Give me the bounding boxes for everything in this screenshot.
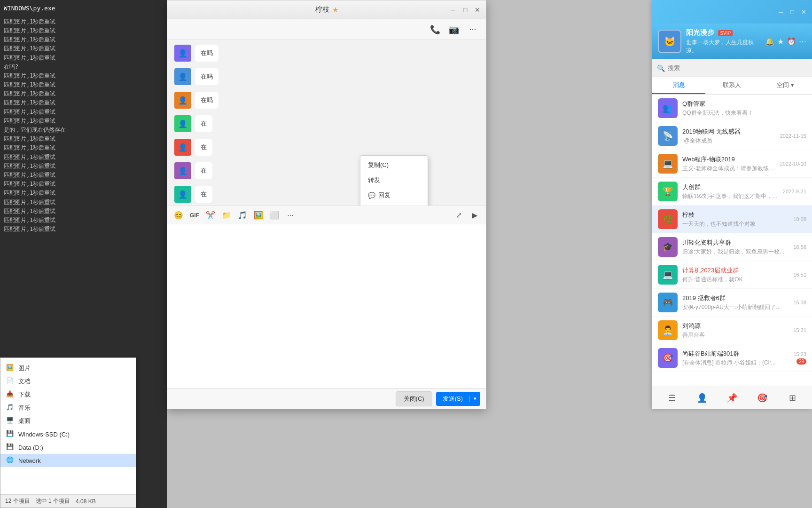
qq-close-btn[interactable]: ✕ <box>799 7 808 16</box>
contact-time: 16:56 <box>793 244 806 250</box>
maximize-button[interactable]: □ <box>461 5 470 15</box>
context-menu-item-reply[interactable]: 💬回复 <box>360 188 428 203</box>
tab-space[interactable]: 空间 ▾ <box>759 77 812 94</box>
add-friend-button[interactable]: 👤 <box>695 390 710 405</box>
fe-item-icon: 🌐 <box>6 456 15 465</box>
terminal-line: 匹配图片,1秒后重试 <box>4 17 163 26</box>
contact-item-jiuyou-6qun[interactable]: 🎮2019 拯救者6群安枫-y7000p-AU大一:小萌新翻醒回了...15:3… <box>652 289 812 317</box>
terminal-title: WINDOWS\py.exe <box>4 4 163 14</box>
fe-item-desktop[interactable]: 🖥️桌面 <box>0 414 136 428</box>
more-input-options-button[interactable]: ··· <box>284 209 297 222</box>
contact-info: 2019 拯救者6群安枫-y7000p-AU大一:小萌新翻醒回了... <box>682 294 789 311</box>
message-avatar: 👤 <box>174 115 191 132</box>
context-menu-items: 复制(C)转发💬回复全部选择(A)≋多选🔖添加到我的收藏发送到▶显示比例▶✓使用… <box>360 158 428 206</box>
message-avatar: 👤 <box>174 139 191 156</box>
message-bubble[interactable]: 在吗 <box>195 68 219 85</box>
qq-maximize-btn[interactable]: □ <box>788 7 797 16</box>
screen-capture-button[interactable]: ⬜ <box>268 209 281 222</box>
qq-contacts-icon[interactable]: ★ <box>777 37 784 46</box>
qq-apps-button[interactable]: ⊞ <box>785 390 800 405</box>
fe-item-data-d[interactable]: 💾Data (D:) <box>0 441 136 454</box>
message-bubble[interactable]: 在 <box>195 139 212 156</box>
contact-item-da-chuang-qun[interactable]: 🏆大创群物联192刘宇:这事，我们这才期中，等下...2022-9-21 <box>652 178 812 206</box>
qq-minimize-btn[interactable]: ─ <box>776 7 786 16</box>
fe-item-label: Windows-SSD (C:) <box>18 431 70 438</box>
contact-time: 2022-10-10 <box>780 161 806 167</box>
contact-avatar: 📡 <box>658 126 678 146</box>
contact-name: 大创群 <box>682 183 778 191</box>
contact-avatar: 🎓 <box>658 237 678 257</box>
tab-contacts[interactable]: 联系人 <box>705 77 758 94</box>
chat-title: 柠枝 ★ <box>315 5 338 14</box>
contact-info: 大创群物联192刘宇:这事，我们这才期中，等下... <box>682 183 778 200</box>
contact-meta: 15:38 <box>793 300 806 305</box>
send-button[interactable]: 发送(S) ▾ <box>436 392 480 406</box>
titlebar-buttons: ─ □ ✕ <box>448 5 482 15</box>
context-menu-item-forward[interactable]: 转发 <box>360 173 428 188</box>
contact-info: 柠枝一天天的，也不知道找个对象 <box>682 211 789 228</box>
emoji-button[interactable]: 😊 <box>172 209 185 222</box>
send-dropdown-arrow[interactable]: ▾ <box>469 396 480 402</box>
message-row: 👤在吗 <box>174 92 479 109</box>
context-menu-item-copy[interactable]: 复制(C) <box>360 158 428 173</box>
contact-time: 15:31 <box>793 327 806 333</box>
contact-info: 刘鸿源善用台客 <box>682 322 789 339</box>
contact-item-cs-2023[interactable]: 💻计算机2023届就业群何升:普通话标准，就OK16:51 <box>652 261 812 289</box>
contact-preview: 善用台客 <box>682 331 789 339</box>
expand-button[interactable]: ⤢ <box>452 209 465 222</box>
cut-button[interactable]: ✂️ <box>204 209 217 222</box>
qq-search-input[interactable] <box>668 64 807 71</box>
fe-item-pictures[interactable]: 🖼️图片 <box>0 362 136 375</box>
message-bubble[interactable]: 在吗 <box>195 45 219 62</box>
message-bubble[interactable]: 在 <box>195 186 212 203</box>
contact-item-chuan-qing-ziyuan[interactable]: 🎓川轻化资料共享群归途:大家好，我是归途，双鱼座男一枚...16:56 <box>652 233 812 261</box>
qq-wallet-button[interactable]: 🎯 <box>755 390 770 405</box>
qq-sidebar: ─ □ ✕ 🐱 阳光漫步 SVIP 世事一场大梦，人生几度秋凉。 🔔 ★ ⏰ ⋯… <box>652 0 812 409</box>
minimize-button[interactable]: ─ <box>448 5 458 15</box>
fe-size: 4.08 KB <box>76 498 96 505</box>
gif-button[interactable]: GIF <box>188 209 201 222</box>
qq-status-icon[interactable]: ⏰ <box>787 37 796 46</box>
fe-item-windows-ssd[interactable]: 💾Windows-SSD (C:) <box>0 428 136 441</box>
phone-call-button[interactable]: 📞 <box>428 22 443 37</box>
message-bubble[interactable]: 在 <box>195 115 212 132</box>
terminal-line: 是的，它们现在仍然存在 <box>4 126 163 135</box>
fe-item-network[interactable]: 🌐Network <box>0 454 136 467</box>
main-menu-button[interactable]: ☰ <box>664 390 679 405</box>
message-avatar: 👤 <box>174 92 191 109</box>
message-bubble[interactable]: 在 <box>195 162 212 179</box>
qq-more-icon[interactable]: ⋯ <box>799 37 806 46</box>
video-call-button[interactable]: 📷 <box>446 22 461 37</box>
qq-settings-icon[interactable]: 🔔 <box>765 37 774 46</box>
close-button[interactable]: ✕ <box>473 5 482 15</box>
fe-item-music[interactable]: 🎵音乐 <box>0 401 136 414</box>
favorites-button[interactable]: 📌 <box>725 390 740 405</box>
contact-time: 18:08 <box>793 216 806 222</box>
fe-item-label: 音乐 <box>18 404 31 412</box>
qq-search-bar: 🔍 <box>652 59 812 77</box>
qq-window-buttons: ─ □ ✕ <box>776 7 808 16</box>
image-button[interactable]: 🖼️ <box>252 209 265 222</box>
contact-name: 2019 拯救者6群 <box>682 294 789 302</box>
more-options-button[interactable]: ··· <box>465 22 480 37</box>
context-menu-item-select-all[interactable]: 全部选择(A) <box>360 203 428 206</box>
fe-item-label: 图片 <box>18 364 31 373</box>
contact-item-web-iot-2019[interactable]: 💻Web程序-物联2019王义-老师@全体成员：请参加教练通信...2022-1… <box>652 150 812 178</box>
tab-messages[interactable]: 消息 <box>652 77 705 94</box>
contact-item-iot-2019[interactable]: 📡2019物联网-无线感器:@全体成员2022-11-15 <box>652 122 812 150</box>
chat-input-field[interactable] <box>167 224 486 388</box>
fe-item-label: 文档 <box>18 377 31 386</box>
fe-item-documents[interactable]: 📄文档 <box>0 375 136 388</box>
contact-item-qq-group-mgr[interactable]: 👥Q群管家QQ群全新玩法，快来看看！ <box>652 95 812 122</box>
history-button[interactable]: ▶ <box>468 209 481 222</box>
music-button[interactable]: 🎵 <box>236 209 249 222</box>
message-bubble[interactable]: 在吗 <box>195 92 219 109</box>
contact-item-ning-zhi[interactable]: 🌿柠枝一天天的，也不知道找个对象18:08 <box>652 206 812 233</box>
contact-item-shangui-b-301[interactable]: 🎯尚硅谷B站前端301群[有全体消息] 谷粒师-小谷姐姐：(Cir...15:2… <box>652 344 812 372</box>
file-button[interactable]: 📁 <box>220 209 233 222</box>
terminal-line: 匹配图片,1秒后重试 <box>4 80 163 89</box>
close-chat-button[interactable]: 关闭(C) <box>396 391 432 406</box>
fe-item-downloads[interactable]: 📥下载 <box>0 388 136 401</box>
contact-item-liu-hongyuan[interactable]: 👨‍💼刘鸿源善用台客15:31 <box>652 317 812 344</box>
send-button-label: 发送(S) <box>436 395 469 403</box>
